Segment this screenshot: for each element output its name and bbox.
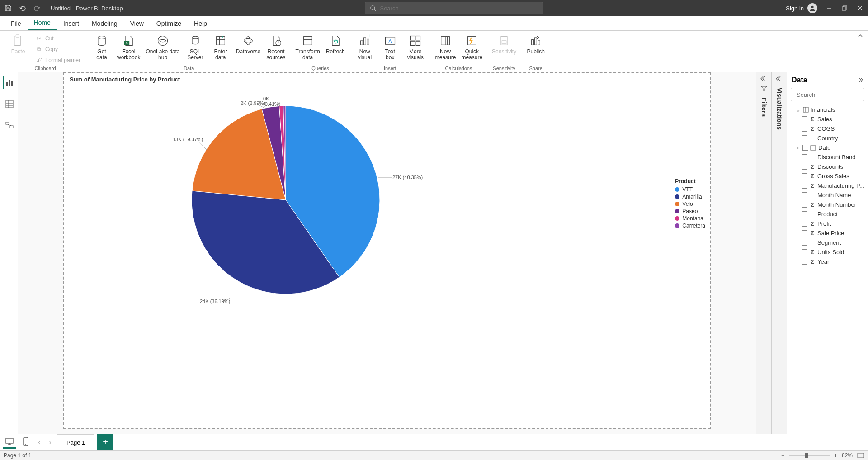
field-checkbox[interactable]: [802, 221, 807, 227]
fields-search-input[interactable]: [797, 91, 868, 98]
filters-pane-collapsed[interactable]: Filters: [756, 72, 771, 434]
fit-to-page-icon[interactable]: [857, 453, 864, 458]
menu-help[interactable]: Help: [188, 16, 213, 30]
field-item[interactable]: ΣCOGS: [789, 124, 866, 133]
expand-filters-icon[interactable]: [760, 75, 768, 82]
field-item[interactable]: ΣSale Price: [789, 228, 866, 238]
zoom-slider[interactable]: [789, 455, 830, 456]
get-data-button[interactable]: Get data: [92, 33, 112, 61]
field-checkbox[interactable]: [802, 164, 807, 170]
prev-page-icon[interactable]: ‹: [35, 438, 43, 446]
dataverse-button[interactable]: Dataverse: [236, 33, 261, 55]
field-checkbox[interactable]: [802, 126, 807, 132]
refresh-button[interactable]: Refresh: [326, 33, 345, 55]
legend-item[interactable]: Amarilla: [675, 194, 705, 200]
publish-button[interactable]: Publish: [526, 33, 546, 55]
mobile-layout-button[interactable]: [19, 436, 33, 449]
field-item[interactable]: ΣDiscounts: [789, 162, 866, 171]
field-item[interactable]: ΣManufacturing P...: [789, 181, 866, 190]
field-checkbox[interactable]: [802, 183, 807, 189]
redo-icon[interactable]: [33, 5, 41, 12]
field-checkbox[interactable]: [802, 135, 807, 141]
menu-file[interactable]: File: [5, 16, 28, 30]
view-switcher: [0, 72, 18, 434]
sensitivity-button[interactable]: Sensitivity: [492, 33, 516, 55]
menu-view[interactable]: View: [124, 16, 150, 30]
restore-icon[interactable]: [841, 5, 848, 12]
new-visual-button[interactable]: +New visual: [355, 33, 375, 61]
paste-button[interactable]: Paste: [8, 33, 28, 55]
enter-data-button[interactable]: +Enter data: [211, 33, 231, 61]
next-page-icon[interactable]: ›: [46, 438, 54, 446]
visualizations-pane-collapsed[interactable]: Visualizations: [771, 72, 787, 434]
field-item[interactable]: Segment: [789, 238, 866, 247]
visual-frame[interactable]: Sum of Manufacturing Price by Product 27…: [63, 72, 711, 429]
field-checkbox[interactable]: [802, 192, 807, 198]
field-checkbox[interactable]: [802, 202, 807, 208]
quick-measure-button[interactable]: Quick measure: [461, 33, 482, 61]
field-item[interactable]: ΣMonth Number: [789, 200, 866, 209]
copy-button[interactable]: ⧉Copy: [33, 44, 82, 54]
field-item[interactable]: ΣProfit: [789, 219, 866, 228]
recent-sources-button[interactable]: Recent sources: [266, 33, 286, 61]
menu-insert[interactable]: Insert: [57, 16, 85, 30]
field-item[interactable]: Month Name: [789, 190, 866, 200]
more-visuals-button[interactable]: More visuals: [406, 33, 425, 61]
cut-button[interactable]: ✂Cut: [33, 33, 82, 43]
field-item[interactable]: ΣSales: [789, 114, 866, 124]
transform-data-button[interactable]: Transform data: [296, 33, 320, 61]
legend-item[interactable]: Montana: [675, 215, 705, 222]
field-checkbox[interactable]: [802, 154, 807, 160]
page-tab-1[interactable]: Page 1: [57, 434, 94, 450]
pie-chart[interactable]: [191, 105, 381, 295]
menu-modeling[interactable]: Modeling: [85, 16, 124, 30]
field-item[interactable]: ›Date: [789, 143, 866, 152]
field-item[interactable]: Discount Band: [789, 152, 866, 162]
desktop-layout-button[interactable]: [3, 436, 16, 449]
excel-button[interactable]: XExcel workbook: [117, 33, 140, 61]
minimize-icon[interactable]: [826, 5, 833, 12]
table-financials[interactable]: ⌄ financials: [789, 105, 866, 114]
field-item[interactable]: Country: [789, 133, 866, 143]
report-canvas[interactable]: Sum of Manufacturing Price by Product 27…: [18, 72, 756, 434]
field-checkbox[interactable]: [802, 249, 807, 255]
add-page-button[interactable]: +: [97, 434, 113, 450]
save-icon[interactable]: [5, 5, 12, 12]
new-measure-button[interactable]: New measure: [435, 33, 456, 61]
expand-viz-icon[interactable]: [776, 75, 783, 82]
field-checkbox[interactable]: [802, 240, 807, 246]
legend-item[interactable]: Velo: [675, 201, 705, 207]
legend-item[interactable]: Paseo: [675, 208, 705, 214]
text-box-button[interactable]: AText box: [380, 33, 400, 61]
field-checkbox[interactable]: [802, 173, 807, 179]
zoom-in-button[interactable]: +: [834, 452, 837, 459]
field-item[interactable]: ΣYear: [789, 257, 866, 266]
field-checkbox[interactable]: [802, 145, 808, 151]
close-icon[interactable]: [856, 5, 863, 12]
field-checkbox[interactable]: [802, 116, 807, 122]
undo-icon[interactable]: [19, 5, 26, 12]
field-checkbox[interactable]: [802, 259, 807, 265]
sql-button[interactable]: SQL Server: [185, 33, 205, 61]
model-view-button[interactable]: [3, 119, 15, 132]
field-item[interactable]: ΣUnits Sold: [789, 247, 866, 257]
data-view-button[interactable]: [3, 98, 15, 110]
global-search-input[interactable]: [380, 5, 538, 12]
zoom-out-button[interactable]: −: [781, 452, 784, 459]
collapse-data-icon[interactable]: [856, 76, 863, 84]
format-painter-button[interactable]: 🖌Format painter: [33, 55, 82, 65]
onelake-button[interactable]: OneLake data hub: [146, 33, 179, 61]
menu-home[interactable]: Home: [28, 16, 57, 30]
ribbon-collapse-icon[interactable]: [857, 33, 863, 39]
field-checkbox[interactable]: [802, 230, 807, 236]
sign-in-button[interactable]: Sign in: [786, 3, 817, 13]
fields-search[interactable]: [791, 88, 864, 101]
field-checkbox[interactable]: [802, 211, 807, 217]
report-view-button[interactable]: [3, 76, 15, 89]
menu-optimize[interactable]: Optimize: [150, 16, 188, 30]
field-item[interactable]: Product: [789, 209, 866, 219]
global-search[interactable]: [365, 2, 543, 14]
field-item[interactable]: ΣGross Sales: [789, 171, 866, 181]
legend-item[interactable]: Carretera: [675, 223, 705, 229]
legend-item[interactable]: VTT: [675, 186, 705, 193]
